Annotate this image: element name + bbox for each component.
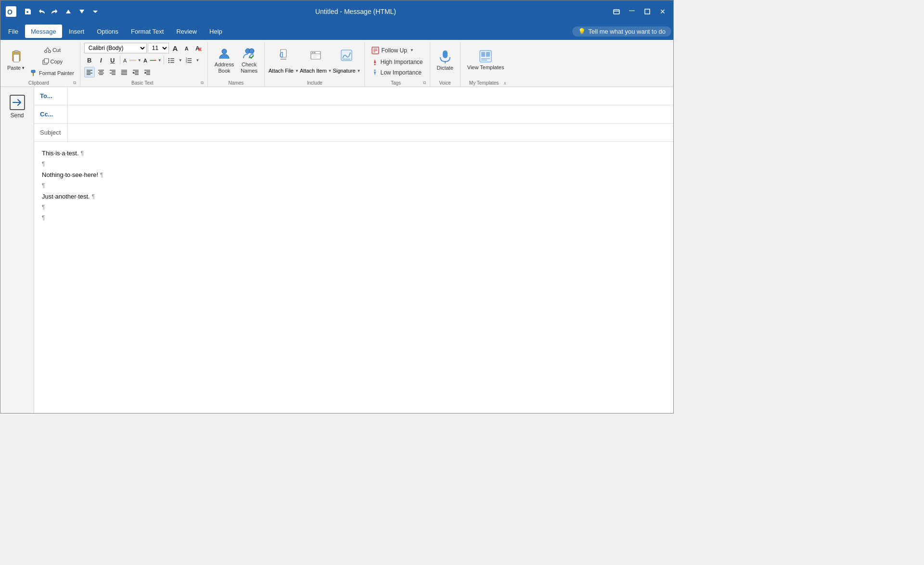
menu-message[interactable]: Message [25, 25, 62, 38]
highlight-color-button[interactable]: A ▼ [122, 57, 141, 63]
menu-review[interactable]: Review [170, 25, 203, 38]
customize-qa-button[interactable] [89, 5, 102, 18]
decrease-indent-button[interactable] [142, 67, 153, 77]
follow-up-button[interactable]: Follow Up ▼ [369, 45, 416, 56]
clipboard-expand-icon[interactable]: ⧉ [73, 80, 76, 86]
justify-button[interactable] [119, 67, 129, 77]
tags-expand-icon[interactable]: ⧉ [423, 80, 426, 86]
tell-me-box[interactable]: 💡 Tell me what you want to do [572, 26, 671, 37]
format-painter-button[interactable]: Format Painter [29, 68, 76, 78]
to-input[interactable] [68, 87, 673, 105]
send-panel: Send [0, 87, 34, 413]
to-button[interactable]: To... [34, 87, 68, 105]
send-button[interactable]: Send [5, 92, 30, 122]
menu-help[interactable]: Help [204, 25, 228, 38]
font-size-select[interactable]: 11 [148, 43, 169, 53]
cc-label: Cc... [40, 111, 53, 118]
decrease-indent-icon [144, 69, 151, 75]
format-painter-label: Format Painter [39, 70, 74, 76]
font-grow-button[interactable]: A [170, 43, 180, 53]
bold-button[interactable]: B [84, 55, 95, 65]
cut-button[interactable]: Cut [29, 45, 76, 55]
low-importance-button[interactable]: Low Importance [369, 68, 424, 77]
menu-options[interactable]: Options [91, 25, 124, 38]
view-templates-icon [478, 49, 493, 63]
cc-input[interactable] [68, 105, 673, 123]
svg-rect-2 [614, 10, 619, 14]
redo-button[interactable] [49, 5, 61, 18]
attach-file-label-row[interactable]: Attach File ▼ [269, 68, 299, 74]
close-button[interactable]: ✕ [656, 5, 669, 18]
underline-button[interactable]: U [107, 55, 118, 65]
attach-file-button[interactable] [272, 43, 295, 68]
attach-item-label-row[interactable]: Attach Item ▼ [300, 68, 332, 74]
attach-item-icon [309, 49, 322, 62]
tags-content: Follow Up ▼ High Importance [369, 43, 425, 79]
view-templates-label: View Templates [467, 64, 504, 71]
clear-format-icon: A [195, 45, 202, 51]
font-color-dropdown-arrow[interactable]: ▼ [158, 58, 162, 63]
align-right-icon [109, 69, 116, 75]
move-up-button[interactable] [62, 5, 75, 18]
body-line-2: ¶ [42, 159, 666, 170]
signature-container: Signature ▼ [333, 43, 360, 74]
move-down-button[interactable] [76, 5, 88, 18]
check-names-button[interactable]: CheckNames [238, 43, 260, 77]
minimize-button[interactable]: ─ [625, 5, 639, 18]
attach-item-dropdown[interactable]: ▼ [328, 69, 332, 73]
undo-button[interactable] [35, 5, 48, 18]
align-center-button[interactable] [96, 67, 106, 77]
svg-point-64 [312, 52, 314, 53]
pilcrow-4: ¶ [42, 181, 45, 191]
cc-button[interactable]: Cc... [34, 105, 68, 123]
my-templates-collapse-icon[interactable]: ∧ [503, 81, 507, 86]
copy-button[interactable]: Copy [29, 56, 76, 67]
signature-label-row[interactable]: Signature ▼ [333, 68, 360, 74]
signature-label: Signature [333, 68, 355, 74]
align-left-icon [86, 69, 93, 75]
app-window: O [0, 0, 674, 414]
paste-button[interactable]: Paste ▼ [4, 43, 28, 77]
bullet-list-dropdown[interactable]: ▼ [179, 58, 182, 63]
address-book-button[interactable]: AddressBook [212, 43, 237, 77]
high-importance-button[interactable]: High Importance [369, 58, 425, 66]
message-body[interactable]: This·is·a·test.¶ ¶ Nothing·to·see·here!¶… [34, 142, 673, 413]
increase-indent-button[interactable] [130, 67, 141, 77]
view-templates-button[interactable]: View Templates [464, 43, 507, 77]
dictate-button[interactable]: Dictate [434, 43, 456, 77]
number-list-dropdown[interactable]: ▼ [196, 58, 200, 63]
menu-file[interactable]: File [2, 25, 24, 38]
menu-insert[interactable]: Insert [63, 25, 90, 38]
fullscreen-button[interactable] [610, 5, 623, 18]
svg-point-8 [44, 50, 47, 53]
svg-point-25 [168, 62, 169, 63]
signature-dropdown[interactable]: ▼ [357, 69, 361, 73]
signature-button[interactable] [335, 43, 358, 68]
subject-input[interactable] [68, 124, 673, 141]
font-name-select[interactable]: Calibri (Body) [84, 43, 147, 53]
include-content: Attach File ▼ [269, 43, 360, 79]
clear-formatting-button[interactable]: A [193, 43, 204, 53]
font-shrink-button[interactable]: A [181, 43, 192, 53]
paste-dropdown-arrow[interactable]: ▼ [21, 66, 25, 70]
bullet-list-button[interactable] [166, 55, 177, 65]
title-bar-left: O [4, 5, 102, 18]
dictate-icon [438, 50, 452, 64]
save-button[interactable] [22, 5, 34, 18]
attach-file-dropdown[interactable]: ▼ [295, 69, 299, 73]
italic-button[interactable]: I [96, 55, 106, 65]
menu-format-text[interactable]: Format Text [125, 25, 169, 38]
highlight-dropdown-arrow[interactable]: ▼ [138, 58, 141, 63]
follow-up-dropdown[interactable]: ▼ [410, 48, 414, 52]
ribbon: Paste ▼ Cut [0, 40, 673, 87]
align-right-button[interactable] [107, 67, 118, 77]
font-color-button[interactable]: A ▼ [142, 57, 162, 63]
ribbon-group-tags: Follow Up ▼ High Importance [365, 42, 430, 87]
number-list-button[interactable]: 1. 2. 3. [183, 55, 194, 65]
basic-text-expand-icon[interactable]: ⧉ [201, 80, 204, 86]
svg-point-75 [374, 69, 376, 71]
align-left-button[interactable] [84, 67, 95, 77]
svg-rect-14 [31, 70, 35, 73]
attach-item-button[interactable] [305, 43, 327, 68]
restore-button[interactable] [641, 5, 654, 18]
